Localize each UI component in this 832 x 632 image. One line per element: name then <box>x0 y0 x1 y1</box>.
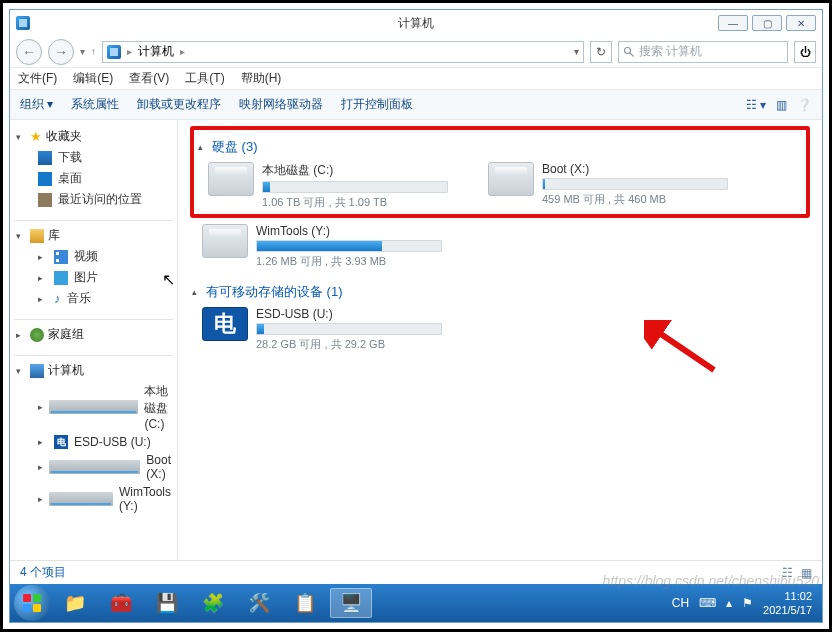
close-button[interactable]: ✕ <box>786 15 816 31</box>
download-icon <box>38 151 52 165</box>
drive-stat: 1.26 MB 可用 , 共 3.93 MB <box>256 254 442 269</box>
menu-file[interactable]: 文件(F) <box>18 70 57 87</box>
organize-button[interactable]: 组织 ▾ <box>20 96 53 113</box>
map-netdrive-button[interactable]: 映射网络驱动器 <box>239 96 323 113</box>
sidebar-music[interactable]: ▸♪音乐 <box>14 288 173 309</box>
task-app[interactable]: 🧰 <box>100 588 142 618</box>
breadcrumb-sep: ▸ <box>180 46 185 57</box>
drive-c[interactable]: 本地磁盘 (C:) 1.06 TB 可用 , 共 1.09 TB <box>208 162 448 210</box>
usb-drive-icon <box>202 307 248 341</box>
address-dropdown[interactable]: ▾ <box>574 46 579 57</box>
sidebar-pictures[interactable]: ▸图片 <box>14 267 173 288</box>
search-placeholder: 搜索 计算机 <box>639 43 702 60</box>
sidebar-homegroup[interactable]: ▸家庭组 <box>14 324 173 345</box>
address-bar[interactable]: ▸ 计算机 ▸ ▾ <box>102 41 584 63</box>
computer-icon <box>107 45 121 59</box>
tray-chevron[interactable]: ▴ <box>726 596 732 610</box>
sidebar-drive-x[interactable]: ▸Boot (X:) <box>14 451 173 483</box>
drive-icon <box>49 492 113 506</box>
task-computer-active[interactable]: 🖥️ <box>330 588 372 618</box>
breadcrumb-computer[interactable]: 计算机 <box>138 43 174 60</box>
library-icon <box>30 229 44 243</box>
drive-icon <box>202 224 248 258</box>
toolbar: 组织 ▾ 系统属性 卸载或更改程序 映射网络驱动器 打开控制面板 ☷ ▾ ▥ ❔ <box>10 90 822 120</box>
uninstall-button[interactable]: 卸载或更改程序 <box>137 96 221 113</box>
task-app[interactable]: 🛠️ <box>238 588 280 618</box>
desktop-icon <box>38 172 52 186</box>
clock[interactable]: 11:02 2021/5/17 <box>763 589 812 617</box>
star-icon: ★ <box>30 129 42 144</box>
history-dropdown[interactable]: ▾ <box>80 46 85 57</box>
highlight-box: ▴硬盘 (3) 本地磁盘 (C:) 1.06 TB 可用 , 共 1.09 TB <box>192 128 808 216</box>
homegroup-icon <box>30 328 44 342</box>
task-app[interactable]: 🧩 <box>192 588 234 618</box>
drive-u[interactable]: ESD-USB (U:) 28.2 GB 可用 , 共 29.2 GB <box>202 307 442 352</box>
drive-icon <box>208 162 254 196</box>
recent-icon <box>38 193 52 207</box>
start-button[interactable] <box>14 585 50 621</box>
menu-tools[interactable]: 工具(T) <box>185 70 224 87</box>
section-removable[interactable]: ▴有可移动存储的设备 (1) <box>192 283 808 301</box>
drive-y[interactable]: WimTools (Y:) 1.26 MB 可用 , 共 3.93 MB <box>202 224 442 269</box>
sidebar-computer[interactable]: ▾计算机 <box>14 360 173 381</box>
minimize-button[interactable]: — <box>718 15 748 31</box>
drive-icon <box>488 162 534 196</box>
action-center-icon[interactable]: ⚑ <box>742 596 753 610</box>
search-input[interactable]: 搜索 计算机 <box>618 41 788 63</box>
drive-x[interactable]: Boot (X:) 459 MB 可用 , 共 460 MB <box>488 162 728 210</box>
usage-bar <box>262 181 448 193</box>
sidebar-favorites[interactable]: ▾★收藏夹 <box>14 126 173 147</box>
sidebar-recent[interactable]: 最近访问的位置 <box>14 189 173 210</box>
sidebar-video[interactable]: ▸视频 <box>14 246 173 267</box>
content-pane: ▴硬盘 (3) 本地磁盘 (C:) 1.06 TB 可用 , 共 1.09 TB <box>178 120 822 560</box>
system-tray: CH ⌨ ▴ ⚑ 11:02 2021/5/17 <box>672 589 818 617</box>
menu-help[interactable]: 帮助(H) <box>241 70 282 87</box>
drive-label: 本地磁盘 (C:) <box>262 162 448 179</box>
help-button[interactable]: ❔ <box>797 98 812 112</box>
status-bar: 4 个项目 ☷ ▦ <box>10 560 822 584</box>
power-button[interactable]: ⏻ <box>794 41 816 63</box>
control-panel-button[interactable]: 打开控制面板 <box>341 96 413 113</box>
forward-button[interactable]: → <box>48 39 74 65</box>
task-app[interactable]: 📋 <box>284 588 326 618</box>
system-properties-button[interactable]: 系统属性 <box>71 96 119 113</box>
sidebar-desktop[interactable]: 桌面 <box>14 168 173 189</box>
sidebar-drive-c[interactable]: ▸本地磁盘 (C:) <box>14 381 173 433</box>
maximize-button[interactable]: ▢ <box>752 15 782 31</box>
back-button[interactable]: ← <box>16 39 42 65</box>
search-icon <box>623 46 635 58</box>
music-icon: ♪ <box>54 292 61 306</box>
drive-label: Boot (X:) <box>542 162 728 176</box>
section-hdd[interactable]: ▴硬盘 (3) <box>198 138 802 156</box>
ime-indicator[interactable]: CH <box>672 596 689 610</box>
menu-edit[interactable]: 编辑(E) <box>73 70 113 87</box>
taskbar: 📁 🧰 💾 🧩 🛠️ 📋 🖥️ CH ⌨ ▴ ⚑ 11:02 2021/5/17 <box>10 584 822 622</box>
svg-point-0 <box>625 47 631 53</box>
drive-stat: 1.06 TB 可用 , 共 1.09 TB <box>262 195 448 210</box>
navigation-pane: ▾★收藏夹 下载 桌面 最近访问的位置 ▾库 ▸视频 ▸图片 ▸♪音乐 ▸家庭组… <box>10 120 178 560</box>
task-explorer[interactable]: 📁 <box>54 588 96 618</box>
usage-bar <box>542 178 728 190</box>
sidebar-drive-y[interactable]: ▸WimTools (Y:) <box>14 483 173 515</box>
sidebar-drive-u[interactable]: ▸电ESD-USB (U:) <box>14 433 173 451</box>
sidebar-library[interactable]: ▾库 <box>14 225 173 246</box>
usb-icon: 电 <box>54 435 68 449</box>
drive-icon <box>49 460 140 474</box>
refresh-button[interactable]: ↻ <box>590 41 612 63</box>
details-view-icon[interactable]: ☷ <box>782 566 793 580</box>
video-icon <box>54 250 68 264</box>
task-app[interactable]: 💾 <box>146 588 188 618</box>
view-mode-button[interactable]: ☷ ▾ <box>746 98 766 112</box>
tiles-view-icon[interactable]: ▦ <box>801 566 812 580</box>
keyboard-icon[interactable]: ⌨ <box>699 596 716 610</box>
pictures-icon <box>54 271 68 285</box>
titlebar: 计算机 — ▢ ✕ <box>10 10 822 36</box>
computer-icon <box>16 16 30 30</box>
preview-pane-button[interactable]: ▥ <box>776 98 787 112</box>
up-button[interactable]: ↑ <box>91 46 96 57</box>
drive-stat: 28.2 GB 可用 , 共 29.2 GB <box>256 337 442 352</box>
drive-stat: 459 MB 可用 , 共 460 MB <box>542 192 728 207</box>
usage-bar <box>256 323 442 335</box>
sidebar-downloads[interactable]: 下载 <box>14 147 173 168</box>
menu-view[interactable]: 查看(V) <box>129 70 169 87</box>
